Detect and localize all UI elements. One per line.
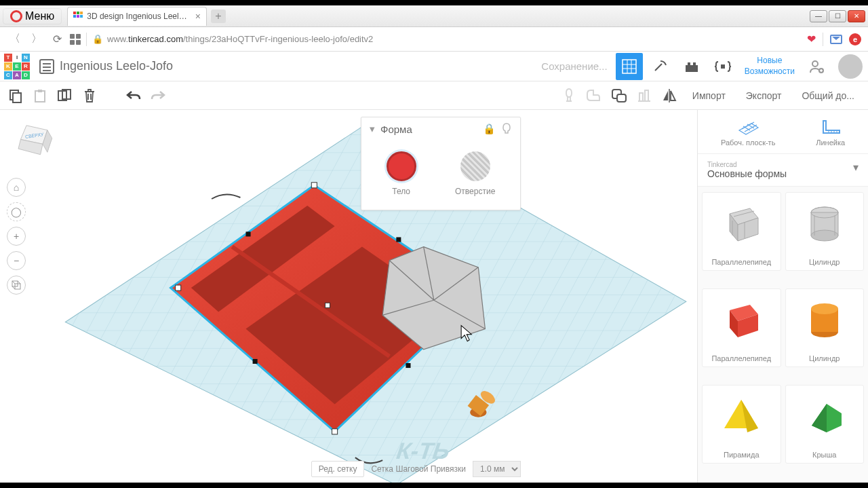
shape-category-select[interactable]: ▾ Tinkercad Основные формы	[698, 154, 868, 187]
tinkercad-favicon	[73, 12, 83, 21]
snap-select[interactable]: 1.0 мм	[473, 461, 521, 477]
workplane-tool[interactable]: Рабоч. плоск-ть	[721, 117, 775, 147]
share-button[interactable]: Общий до...	[796, 90, 860, 101]
bricks-mode-button[interactable]	[678, 53, 705, 80]
browser-tab[interactable]: 3D design Ingenious Leel… ×	[67, 7, 207, 26]
canvas-footer: Ред. сетку Сетка Шаговой Привязки 1.0 мм	[311, 461, 521, 477]
undo-button[interactable]	[126, 90, 141, 102]
svg-rect-23	[645, 90, 648, 101]
ruler-tool[interactable]: Линейка	[816, 117, 845, 147]
address-bar: 〈 〉 ⟳ 🔒 www.tinkercad.com/things/23aHoQT…	[0, 27, 868, 52]
solid-mode[interactable]: Тело	[387, 151, 416, 196]
user-avatar[interactable]	[838, 54, 863, 79]
user-add-icon	[808, 58, 825, 75]
align-button[interactable]	[637, 89, 652, 102]
shape-roof[interactable]: Крыша	[785, 385, 865, 464]
zoom-in-button[interactable]: +	[7, 227, 26, 246]
show-all-button[interactable]	[562, 88, 576, 104]
tab-title: 3D design Ingenious Leel…	[87, 12, 186, 21]
blocks-mode-button[interactable]	[647, 53, 674, 80]
ungroup-button[interactable]	[611, 88, 627, 103]
shape-box-solid[interactable]: Параллелепипед	[702, 288, 781, 367]
mail-icon[interactable]	[830, 35, 842, 44]
duplicate-button[interactable]	[57, 88, 73, 103]
svg-line-56	[12, 281, 15, 284]
fit-view-button[interactable]: ◯	[7, 202, 26, 221]
svg-point-9	[812, 61, 818, 67]
group-button[interactable]	[585, 88, 601, 103]
project-name[interactable]: Ingenious Leelo-Jofo	[60, 59, 173, 73]
shape-cylinder-solid[interactable]: Цилиндр	[785, 288, 865, 367]
close-tab-icon[interactable]: ×	[195, 11, 201, 22]
window-minimize-button[interactable]: —	[810, 10, 827, 22]
project-list-icon[interactable]	[39, 59, 54, 74]
svg-rect-32	[311, 183, 317, 188]
zoom-out-button[interactable]: −	[7, 251, 26, 270]
window-maximize-button[interactable]: ☐	[829, 10, 846, 22]
paste-button[interactable]	[33, 88, 47, 103]
solid-color-swatch[interactable]	[387, 151, 416, 181]
url-field[interactable]: 🔒 www.tinkercad.com/things/23aHoQTTvFr-i…	[92, 34, 802, 44]
svg-line-58	[12, 286, 15, 289]
toolbar: Импорт Экспорт Общий до...	[0, 81, 868, 110]
heart-icon[interactable]: ❤	[807, 33, 816, 45]
shape-pyramid[interactable]: Пирамида	[702, 385, 781, 464]
svg-marker-89	[812, 404, 827, 432]
shapes-panel: Рабоч. плоск-ть Линейка ▾ Tinkercad Осно…	[697, 110, 868, 483]
svg-rect-6	[688, 62, 690, 65]
svg-rect-37	[406, 363, 410, 368]
news-link[interactable]: НовыеВозможности	[741, 56, 799, 77]
snap-label: Сетка Шаговой Привязки	[371, 464, 466, 474]
redo-button[interactable]	[151, 90, 165, 102]
lightbulb-icon[interactable]	[501, 123, 512, 135]
svg-rect-16	[38, 90, 42, 92]
shape-box-hole[interactable]: Параллелепипед	[702, 192, 781, 271]
svg-rect-31	[176, 285, 181, 290]
shape-cylinder-hole[interactable]: Цилиндр	[785, 192, 865, 271]
code-mode-button[interactable]	[709, 53, 736, 80]
svg-rect-7	[693, 62, 696, 65]
svg-text:К-ТЬ: К-ТЬ	[393, 438, 454, 464]
app-header: TIN KER CAD Ingenious Leelo-Jofo Сохране…	[0, 52, 868, 81]
import-button[interactable]: Импорт	[687, 90, 731, 101]
design-mode-button[interactable]	[616, 53, 643, 80]
ortho-button[interactable]	[7, 276, 26, 295]
new-tab-button[interactable]: +	[211, 10, 226, 23]
reload-button[interactable]: ⟳	[50, 30, 64, 48]
forward-button[interactable]: 〉	[28, 29, 45, 49]
hole-swatch	[460, 151, 490, 181]
extension-icon[interactable]: e	[849, 33, 861, 45]
svg-rect-38	[253, 359, 258, 364]
svg-rect-14	[13, 93, 21, 102]
collaborate-button[interactable]	[803, 53, 830, 80]
mirror-button[interactable]	[661, 88, 677, 103]
opera-icon	[10, 10, 22, 22]
url-host: tinkercad.com	[128, 34, 183, 44]
collapse-icon[interactable]: ▾	[370, 123, 375, 135]
svg-line-57	[18, 281, 20, 284]
shape-inspector: ▾ Форма 🔒 Тело Отверстие	[361, 117, 521, 210]
svg-line-62	[743, 126, 750, 130]
export-button[interactable]: Экспорт	[741, 90, 787, 101]
edit-grid-button[interactable]: Ред. сетку	[311, 461, 365, 477]
opera-menu-label: Меню	[25, 10, 54, 22]
copy-button[interactable]	[8, 88, 23, 103]
opera-menu-button[interactable]: Меню	[3, 8, 62, 24]
back-button[interactable]: 〈	[7, 29, 23, 49]
browser-titlebar: Меню 3D design Ingenious Leel… × + — ☐ ✕	[0, 5, 868, 27]
tinkercad-logo[interactable]: TIN KER CAD	[4, 54, 30, 79]
canvas-3d[interactable]: К-ТЬ СВЕРХУ ⌂ ◯ + − ▾ Форма 🔒 Тело	[0, 110, 697, 483]
delete-button[interactable]	[83, 88, 96, 103]
svg-rect-35	[246, 231, 251, 236]
svg-rect-5	[686, 65, 698, 72]
window-close-button[interactable]: ✕	[848, 10, 865, 22]
speed-dial-icon[interactable]	[70, 34, 81, 45]
viewcube[interactable]: СВЕРХУ	[11, 121, 58, 162]
lock-shape-icon[interactable]: 🔒	[483, 123, 496, 135]
home-view-button[interactable]: ⌂	[7, 178, 26, 197]
svg-rect-39	[325, 303, 330, 307]
grid-icon	[622, 59, 637, 74]
svg-point-85	[811, 303, 838, 314]
svg-rect-20	[617, 94, 626, 102]
hole-mode[interactable]: Отверстие	[455, 151, 495, 196]
